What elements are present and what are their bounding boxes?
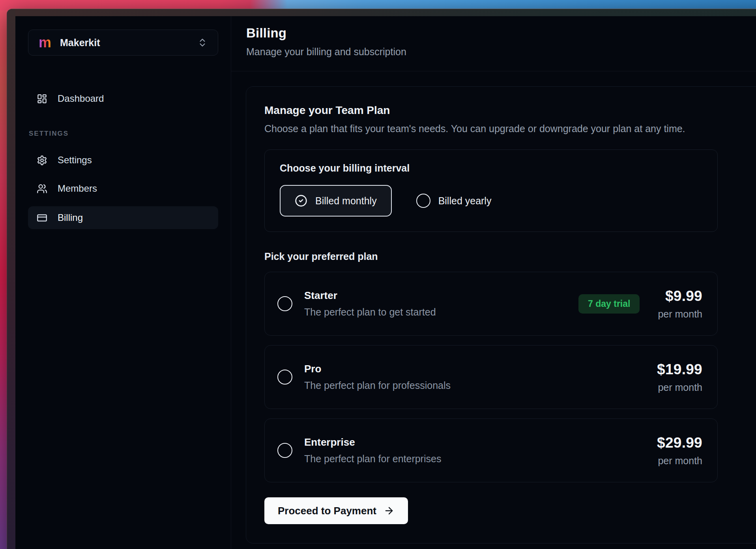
sidebar-item-members[interactable]: Members [28,178,218,199]
plan-pricing: $29.99 per month [657,435,702,467]
team-plan-card: Manage your Team Plan Choose a plan that… [246,86,756,543]
option-billed-monthly[interactable]: Billed monthly [280,185,392,217]
card-title: Manage your Team Plan [264,104,756,117]
plan-row-starter[interactable]: Starter The perfect plan to get started … [264,272,718,336]
plan-description: The perfect plan for enterprises [304,453,441,465]
card-description: Choose a plan that fits your team's need… [264,123,756,134]
users-icon [37,183,47,194]
plan-row-enterprise[interactable]: Enterprise The perfect plan for enterpri… [264,418,718,482]
page-header: Billing Manage your billing and subscrip… [231,16,756,71]
radio-icon[interactable] [277,443,292,458]
plan-info: Pro The perfect plan for professionals [304,363,451,391]
price-block: $9.99 per month [658,288,702,320]
radio-icon [416,194,430,208]
radio-icon[interactable] [277,370,292,385]
plan-pricing: $19.99 per month [657,361,702,393]
billing-interval-options: Billed monthly Billed yearly [280,185,702,217]
plan-description: The perfect plan for professionals [304,380,451,391]
proceed-to-payment-button[interactable]: Proceed to Payment [264,497,408,524]
plan-name: Enterprise [304,436,441,448]
sidebar-nav: Dashboard SETTINGS Settings [28,88,218,229]
chevron-up-down-icon [197,37,208,48]
plan-price: $29.99 [657,435,702,451]
option-label: Billed monthly [315,195,377,207]
billing-interval-label: Choose your billing interval [280,162,702,174]
sidebar-item-label: Billing [58,212,83,223]
sidebar-item-settings[interactable]: Settings [28,149,218,171]
dashboard-icon [37,93,47,104]
workspace-name: Makerkit [60,37,189,49]
plan-pricing: 7 day trial $9.99 per month [578,288,702,320]
option-billed-yearly[interactable]: Billed yearly [416,194,492,208]
price-block: $19.99 per month [657,361,702,393]
window-left-frame [7,9,15,549]
plan-info: Enterprise The perfect plan for enterpri… [304,436,441,465]
sidebar-item-billing[interactable]: Billing [28,206,218,229]
sidebar-item-dashboard[interactable]: Dashboard [28,88,218,109]
app-root: m Makerkit [15,16,756,549]
plan-period: per month [658,455,702,467]
trial-badge: 7 day trial [578,294,640,314]
sidebar-item-label: Members [58,183,97,194]
desktop-wallpaper: m Makerkit [0,0,756,549]
page-title: Billing [246,26,756,41]
plan-price: $9.99 [665,288,702,304]
gear-icon [37,155,47,166]
plan-row-pro[interactable]: Pro The perfect plan for professionals $… [264,345,718,409]
billing-interval-group: Choose your billing interval Billed mont… [264,149,718,232]
plan-name: Pro [304,363,451,375]
radio-icon[interactable] [277,296,292,311]
plan-period: per month [658,382,702,393]
plan-name: Starter [304,289,436,302]
plan-info: Starter The perfect plan to get started [304,289,436,318]
window-titlebar [7,9,756,16]
sidebar-item-label: Dashboard [58,93,104,104]
plan-period: per month [658,308,702,320]
sidebar: m Makerkit [15,16,231,549]
main-content: Billing Manage your billing and subscrip… [231,16,756,549]
proceed-button-label: Proceed to Payment [278,505,376,517]
plans-label: Pick your preferred plan [264,251,756,262]
plan-description: The perfect plan to get started [304,306,436,318]
option-label: Billed yearly [438,195,492,207]
sidebar-section-settings: SETTINGS [29,130,218,138]
credit-card-icon [37,213,47,223]
arrow-right-icon [384,505,395,516]
workspace-selector[interactable]: m Makerkit [28,30,218,56]
sidebar-item-label: Settings [58,155,92,166]
makerkit-logo: m [39,35,51,50]
app-window: m Makerkit [7,9,756,549]
plan-price: $19.99 [657,361,702,378]
page-subtitle: Manage your billing and subscription [246,46,756,58]
price-block: $29.99 per month [657,435,702,467]
check-circle-icon [295,194,307,207]
